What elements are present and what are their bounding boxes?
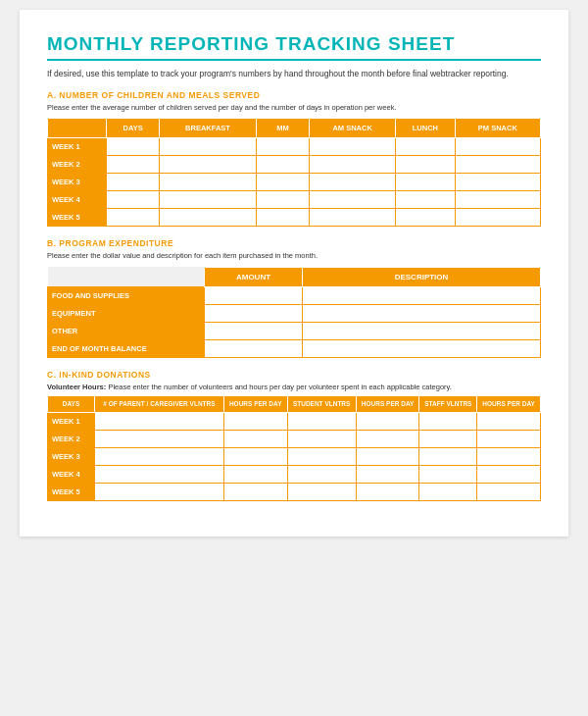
table-c-cell-4-1[interactable] <box>223 484 287 501</box>
table-a-row-label-4: WEEK 5 <box>48 209 107 227</box>
table-a-cell-3-5[interactable] <box>455 191 540 209</box>
table-a-cell-3-0[interactable] <box>107 191 160 209</box>
table-b-amount-3[interactable] <box>205 339 303 357</box>
table-b-desc-2[interactable] <box>303 322 541 339</box>
table-a-cell-2-4[interactable] <box>396 174 456 191</box>
table-a-header-days: DAYS <box>107 119 160 138</box>
page-title: Monthly Reporting Tracking Sheet <box>47 33 541 61</box>
table-a: DAYS BREAKFAST MM AM SNACK LUNCH PM SNAC… <box>47 118 541 227</box>
table-c-cell-2-0[interactable] <box>95 448 224 466</box>
table-a-header-breakfast: BREAKFAST <box>160 119 257 138</box>
table-c-row-label-4: WEEK 5 <box>48 484 95 501</box>
section-c-title: C. In-Kind Donations <box>47 370 541 380</box>
table-a-header-blank <box>48 119 107 138</box>
table-c-cell-3-2[interactable] <box>287 466 356 484</box>
table-a-cell-3-2[interactable] <box>256 191 309 209</box>
table-b-row-label-2: OTHER <box>48 322 205 339</box>
table-c-cell-2-2[interactable] <box>287 448 356 466</box>
table-c: DAYS # OF PARENT / CAREGIVER VLNTRS HOUR… <box>47 395 541 501</box>
volunteer-note-bold: Volunteer Hours: <box>47 383 106 391</box>
table-c-cell-2-3[interactable] <box>356 448 419 466</box>
table-c-cell-4-3[interactable] <box>356 484 419 501</box>
table-c-row-label-2: WEEK 3 <box>48 448 95 466</box>
table-a-cell-0-3[interactable] <box>310 138 396 156</box>
table-c-header-parent: # OF PARENT / CAREGIVER VLNTRS <box>95 395 224 412</box>
table-b-desc-1[interactable] <box>303 304 541 322</box>
table-a-cell-3-1[interactable] <box>160 191 257 209</box>
table-c-cell-0-3[interactable] <box>356 413 419 431</box>
table-b-header-amount: AMOUNT <box>205 267 303 286</box>
table-a-cell-0-2[interactable] <box>256 138 309 156</box>
table-c-header-staff: STAFF VLNTRS <box>419 395 477 412</box>
table-b-row-label-0: FOOD AND SUPPLIES <box>48 286 205 304</box>
table-b-header-description: DESCRIPTION <box>303 267 541 286</box>
table-a-cell-0-4[interactable] <box>396 138 456 156</box>
table-c-cell-1-5[interactable] <box>477 431 541 448</box>
table-c-cell-4-4[interactable] <box>419 484 477 501</box>
table-c-cell-0-4[interactable] <box>419 413 477 431</box>
table-b-row-label-3: END OF MONTH BALANCE <box>48 339 205 357</box>
table-a-cell-4-2[interactable] <box>256 209 309 227</box>
table-a-cell-1-4[interactable] <box>396 156 456 174</box>
table-c-header-hours1: HOURS PER DAY <box>223 395 287 412</box>
table-a-cell-2-5[interactable] <box>455 174 540 191</box>
table-c-cell-1-1[interactable] <box>223 431 287 448</box>
table-c-cell-1-0[interactable] <box>95 431 224 448</box>
table-c-cell-2-1[interactable] <box>223 448 287 466</box>
table-a-cell-0-5[interactable] <box>455 138 540 156</box>
table-a-cell-2-3[interactable] <box>310 174 396 191</box>
table-b-amount-1[interactable] <box>205 304 303 322</box>
table-c-cell-4-2[interactable] <box>287 484 356 501</box>
table-a-cell-3-4[interactable] <box>396 191 456 209</box>
table-c-cell-3-0[interactable] <box>95 466 224 484</box>
table-c-row-label-3: WEEK 4 <box>48 466 95 484</box>
table-a-cell-0-1[interactable] <box>160 138 257 156</box>
table-a-cell-2-0[interactable] <box>107 174 160 191</box>
table-c-cell-0-0[interactable] <box>95 413 224 431</box>
table-a-cell-2-2[interactable] <box>256 174 309 191</box>
table-c-cell-4-5[interactable] <box>477 484 541 501</box>
table-a-cell-0-0[interactable] <box>107 138 160 156</box>
table-c-cell-0-1[interactable] <box>223 413 287 431</box>
table-c-row-label-1: WEEK 2 <box>48 431 95 448</box>
table-c-cell-3-4[interactable] <box>419 466 477 484</box>
table-c-cell-1-4[interactable] <box>419 431 477 448</box>
section-b-desc: Please enter the dollar value and descri… <box>47 251 541 262</box>
table-b-amount-2[interactable] <box>205 322 303 339</box>
table-a-cell-1-3[interactable] <box>310 156 396 174</box>
table-a-cell-1-0[interactable] <box>107 156 160 174</box>
table-c-cell-4-0[interactable] <box>95 484 224 501</box>
table-c-header-student: STUDENT VLNTRS <box>287 395 356 412</box>
table-a-cell-4-0[interactable] <box>107 209 160 227</box>
table-c-cell-0-5[interactable] <box>477 413 541 431</box>
page: Monthly Reporting Tracking Sheet If desi… <box>20 10 568 537</box>
table-a-cell-1-2[interactable] <box>256 156 309 174</box>
table-a-header-amsnack: AM SNACK <box>310 119 396 138</box>
table-c-cell-2-4[interactable] <box>419 448 477 466</box>
table-a-row-label-1: WEEK 2 <box>48 156 107 174</box>
table-a-cell-3-3[interactable] <box>310 191 396 209</box>
section-a-desc: Please enter the average number of child… <box>47 103 541 114</box>
table-c-cell-2-5[interactable] <box>477 448 541 466</box>
section-c-desc: Volunteer Hours: Please enter the number… <box>47 383 541 391</box>
table-a-cell-1-1[interactable] <box>160 156 257 174</box>
table-b-desc-0[interactable] <box>303 286 541 304</box>
table-c-cell-3-1[interactable] <box>223 466 287 484</box>
table-a-cell-2-1[interactable] <box>160 174 257 191</box>
section-a-title: A. Number of Children and Meals Served <box>47 90 541 100</box>
table-a-cell-4-4[interactable] <box>396 209 456 227</box>
table-c-cell-0-2[interactable] <box>287 413 356 431</box>
table-b-desc-3[interactable] <box>303 339 541 357</box>
table-c-cell-1-2[interactable] <box>287 431 356 448</box>
table-b-amount-0[interactable] <box>205 286 303 304</box>
table-a-row-label-0: WEEK 1 <box>48 138 107 156</box>
table-c-cell-3-3[interactable] <box>356 466 419 484</box>
table-a-cell-1-5[interactable] <box>455 156 540 174</box>
table-a-cell-4-1[interactable] <box>160 209 257 227</box>
table-c-cell-1-3[interactable] <box>356 431 419 448</box>
table-a-cell-4-5[interactable] <box>455 209 540 227</box>
table-a-cell-4-3[interactable] <box>310 209 396 227</box>
table-c-cell-3-5[interactable] <box>477 466 541 484</box>
table-a-header-pmsnack: PM SNACK <box>455 119 540 138</box>
table-a-header-mm: MM <box>256 119 309 138</box>
